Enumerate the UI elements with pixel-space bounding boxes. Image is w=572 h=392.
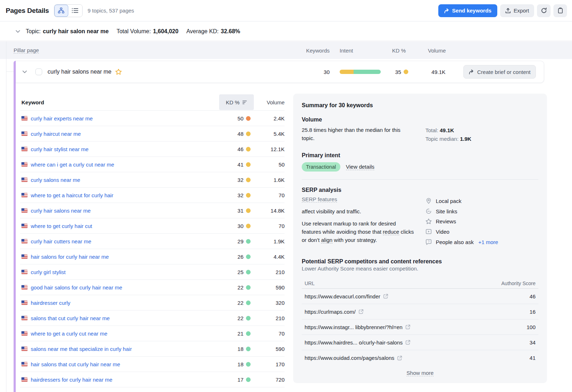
keyword-link[interactable]: where to get curly hair cut (31, 223, 92, 229)
kd-value: 17 (237, 377, 243, 383)
volume-value: 1.6K (252, 172, 285, 187)
keyword-link[interactable]: curly hair cutters near me (31, 238, 91, 244)
kd-sort-header[interactable]: KD % (219, 94, 254, 110)
keyword-link[interactable]: curly hair salons near me (31, 208, 91, 214)
us-flag-icon (21, 224, 28, 228)
kd-value: 32 (237, 177, 243, 183)
volume-value: 1.9K (252, 234, 285, 249)
keyword-link[interactable]: salons that cut curly hair near me (31, 315, 110, 321)
pillar-collapse-chevron-icon[interactable] (23, 70, 27, 73)
kd-dot (246, 316, 251, 321)
view-toggle (54, 4, 83, 17)
kd-dot (246, 239, 251, 244)
volume-value: 70 (252, 326, 285, 341)
export-button[interactable]: Export (500, 4, 534, 17)
kd-dot (246, 270, 251, 274)
serp-analysis-heading: SERP analysis (302, 187, 413, 193)
keyword-link[interactable]: hairdresser curly (31, 300, 70, 306)
keyword-row: curly hair salons near me 31 14.8K (20, 203, 285, 218)
kd-cell: 50 (213, 111, 251, 126)
us-flag-icon (21, 193, 28, 197)
competitor-url-link[interactable]: https://www.devacurl.com/finder (305, 293, 388, 299)
show-more-link[interactable]: Show more (406, 370, 434, 376)
topic-median: Topic median: 1.9K (425, 136, 538, 142)
keyword-link[interactable]: good hair salons for curly hair near me (31, 284, 122, 291)
keyword-link[interactable]: where can i get a curly cut near me (31, 162, 114, 168)
grid-header: Pillar page Keywords Intent KD % Volume (0, 41, 572, 59)
keyword-link[interactable]: curly salons near me (31, 177, 80, 183)
serp-paragraph: Use relevant markup to rank for desired … (302, 219, 415, 244)
keyword-link[interactable]: curly girl stylist (31, 269, 66, 275)
star-icon[interactable] (115, 69, 122, 75)
keyword-link[interactable]: curly haircut near me (31, 131, 81, 137)
pillar-checkbox[interactable] (35, 69, 42, 75)
competitor-row: https://curlmaps.com/ 16 (302, 304, 538, 319)
kd-dot (246, 162, 251, 167)
keyword-link[interactable]: where to get a haircut for curly hair (31, 192, 113, 198)
volume-value: 50 (252, 157, 285, 172)
average-kd-label: Average KD: (186, 28, 218, 35)
competitor-url-link[interactable]: https://www.hairdres... o/curly-hair-sal… (305, 339, 410, 346)
keyword-table-body: curly hair experts near me 50 2.4K curly… (20, 111, 285, 387)
intent-commercial-segment (340, 70, 354, 74)
kd-dot (246, 224, 251, 228)
external-link-icon (397, 356, 402, 361)
kd-cell: 30 (213, 218, 251, 233)
reduce-link[interactable]: reduce (383, 229, 399, 235)
competitor-url-link[interactable]: https://curlmaps.com/ (305, 309, 364, 315)
keyword-table-header: Keyword KD % Volume (20, 94, 285, 111)
volume-value: 210 (252, 311, 285, 326)
keyword-row: hair salons for curly hair near me 26 4.… (20, 249, 285, 264)
keywords-column-header: Keywords (297, 47, 330, 53)
serp-features-link[interactable]: SERP features (302, 196, 337, 203)
kd-value: 22 (237, 300, 243, 306)
pillar-kd-cell: 35 (375, 69, 408, 75)
kd-dot (246, 193, 251, 198)
export-icon (505, 8, 511, 14)
keyword-row: curly girl stylist 25 210 (20, 264, 285, 280)
external-link-icon (383, 294, 388, 299)
kd-dot (246, 208, 251, 213)
serp-feature-reviews: Reviews (425, 218, 538, 224)
keyword-row: where can i get a curly cut near me 41 5… (20, 157, 285, 172)
keyword-link[interactable]: curly hair stylist near me (31, 146, 89, 152)
kd-dot (404, 70, 408, 74)
clipboard-button[interactable] (553, 4, 567, 17)
kd-value: 22 (237, 284, 243, 291)
kd-value: 29 (237, 238, 243, 244)
keyword-link[interactable]: where to get a curly cut near me (31, 331, 107, 337)
keyword-row: salons near me that specialize in curly … (20, 341, 285, 357)
send-keywords-button[interactable]: Send keywords (438, 4, 497, 17)
kd-cell: 17 (213, 372, 251, 387)
competitor-row: https://www.hairdres... o/curly-hair-sal… (302, 335, 538, 350)
keyword-link[interactable]: hairdressers for curly hair near me (31, 377, 112, 383)
kd-cell: 41 (213, 157, 251, 172)
list-view-toggle[interactable] (68, 5, 82, 17)
kd-dot (246, 347, 251, 351)
view-details-link[interactable]: View details (346, 164, 375, 170)
competitors-heading: Potential SERP competitors and content r… (302, 258, 538, 265)
competitor-url-link[interactable]: https://www.ouidad.com/pages/salons (305, 355, 402, 361)
keyword-row: hairdressers for curly hair near me 17 7… (20, 372, 285, 387)
send-arrow-icon (469, 69, 474, 74)
tree-view-toggle[interactable] (54, 5, 68, 17)
primary-intent-heading: Primary intent (302, 152, 538, 159)
create-brief-button[interactable]: Create brief or content (463, 65, 536, 79)
topic-collapse-chevron-icon[interactable] (16, 30, 20, 33)
keyword-link[interactable]: salons near me that specialize in curly … (31, 346, 132, 352)
kd-cell: 29 (213, 234, 251, 249)
more-features-link[interactable]: +1 more (478, 239, 498, 245)
external-link-icon (359, 309, 364, 314)
refresh-button[interactable] (537, 4, 551, 17)
keyword-link[interactable]: hair salons that cut curly hair near me (31, 361, 120, 367)
topic-name: curly hair salon near me (43, 28, 109, 35)
keyword-link[interactable]: hair salons for curly hair near me (31, 254, 109, 260)
kd-value: 21 (237, 331, 243, 337)
intent-distribution-bar[interactable] (340, 70, 381, 74)
competitor-url-link[interactable]: https://www.instagr... libbybrenner/?hl=… (305, 324, 410, 330)
align-link[interactable]: align (321, 237, 332, 243)
pillar-page-header[interactable]: Pillar page (14, 47, 39, 54)
kd-cell: 22 (213, 311, 251, 326)
serp-feature-people-also-ask: ? People also ask +1 more (425, 239, 538, 245)
keyword-link[interactable]: curly hair experts near me (31, 115, 93, 121)
